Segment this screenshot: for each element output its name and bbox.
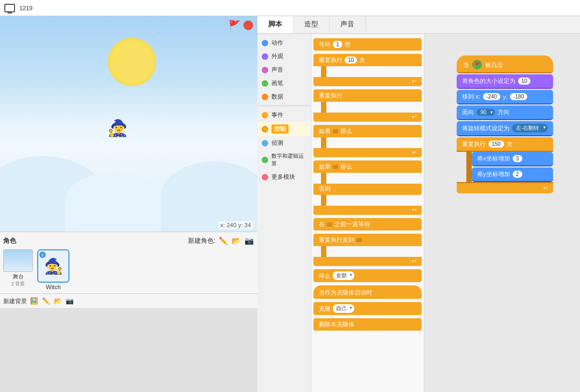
hat-block[interactable]: 当 🚩 被点击 <box>457 55 553 73</box>
cat-sensing-dot <box>262 140 268 146</box>
stage-item[interactable]: 舞台 2 背景 <box>3 249 33 290</box>
block-startclone[interactable]: 当作为克隆体启动时 <box>313 285 422 299</box>
cat-divider <box>257 106 311 106</box>
cat-data-dot <box>262 94 268 100</box>
block-if-body <box>321 137 422 148</box>
cat-events[interactable]: 事件 <box>257 108 311 122</box>
block-repeat[interactable]: 重复执行 10 次 ↩ <box>313 54 422 86</box>
cat-control-label: 控制 <box>271 124 289 134</box>
block-ifelse-body <box>321 173 422 184</box>
block-setrotation[interactable]: 将旋转模式设定为 左-右翻转 <box>457 121 553 136</box>
bg-new-label: 新建背景 <box>3 297 27 305</box>
block-setsize[interactable]: 将角色的大小设定为 10 <box>457 74 553 89</box>
block-waituntil[interactable]: 在 之前一直等待 <box>313 218 422 230</box>
cat-sound[interactable]: 声音 <box>257 63 311 76</box>
block-ifelse[interactable]: 如果 那么 否则 ↩ <box>313 160 422 215</box>
block-wait-value[interactable]: 1 <box>333 41 343 48</box>
setsize-text: 将角色的大小设定为 <box>462 77 515 85</box>
cat-pen[interactable]: 画笔 <box>257 76 311 90</box>
block-wait[interactable]: 等待 1 秒 <box>313 38 422 51</box>
cat-operators-dot <box>262 157 268 163</box>
cat-looks-dot <box>262 53 268 60</box>
bg-new-controls: 新建背景 🖼️ ✏️ 📂 📷 <box>3 296 254 306</box>
hill-2 <box>65 172 162 232</box>
sprite-panel: 角色 新建角色: ✏️ 📂 📷 舞台 2 背景 <box>0 232 257 293</box>
bg-paint-button[interactable]: 🖼️ <box>29 296 39 306</box>
block-repeat-value[interactable]: 10 <box>345 57 357 64</box>
cat-control[interactable]: 控制 <box>257 122 311 136</box>
block-clone-dropdown[interactable]: 自己 <box>333 304 354 313</box>
cat-data[interactable]: 数据 <box>257 90 311 103</box>
tab-script[interactable]: 脚本 <box>257 16 294 33</box>
block-forever[interactable]: 重复执行 ↩ <box>313 89 422 122</box>
fullscreen-icon[interactable] <box>4 4 15 12</box>
tab-costume[interactable]: 造型 <box>294 16 330 33</box>
sprite-camera-button[interactable]: 📷 <box>243 235 254 246</box>
cat-more-dot <box>262 174 268 180</box>
stop-button[interactable] <box>243 20 253 30</box>
setsize-value[interactable]: 10 <box>518 78 530 85</box>
right-panel: 脚本 造型 声音 动作 外观 声音 <box>257 16 580 392</box>
block-stop-text: 停止 <box>319 272 331 280</box>
block-clone[interactable]: 克隆 自己 <box>313 302 422 315</box>
moveto-x-value[interactable]: -240 <box>483 93 500 100</box>
block-repeat150-outer[interactable]: 重复执行 150 次 将x坐标增加 3 <box>457 137 553 193</box>
block-addx[interactable]: 将x坐标增加 3 <box>472 152 553 166</box>
stage-controls: 🚩 <box>228 19 253 31</box>
block-ifelse-bottom: ↩ <box>313 206 422 215</box>
sprite-new-controls: 新建角色: ✏️ 📂 📷 <box>188 235 254 246</box>
cat-looks-label: 外观 <box>271 52 283 60</box>
moveto-y-value[interactable]: -180 <box>510 93 527 100</box>
cat-sensing[interactable]: 侦测 <box>257 136 311 150</box>
cat-data-label: 数据 <box>271 93 283 101</box>
block-moveto[interactable]: 移到 x: -240 y: -180 <box>457 90 553 104</box>
block-face[interactable]: 面向 90 方向 <box>457 106 553 120</box>
cat-more[interactable]: 更多模块 <box>257 170 311 184</box>
top-counter: 1219 <box>19 5 32 11</box>
cat-events-label: 事件 <box>271 111 283 119</box>
flag-button[interactable]: 🚩 <box>228 19 240 31</box>
stage-area: 🧙‍♀️ 🚩 x: 240 y: 34 角色 新建角色: ✏️ 📂 <box>0 16 257 392</box>
block-stop-dropdown[interactable]: 全部 <box>333 271 354 280</box>
sprite-list: 舞台 2 背景 i 🧙‍♀️ Witch <box>3 249 254 290</box>
bg-section: 新建背景 🖼️ ✏️ 📂 📷 <box>0 293 257 308</box>
block-addy[interactable]: 将y坐标增加 2 <box>472 167 553 182</box>
face-value[interactable]: 90 <box>477 109 495 116</box>
bg-file-button[interactable]: 📂 <box>53 296 62 306</box>
addy-value[interactable]: 2 <box>513 171 522 178</box>
block-if-top: 如果 那么 <box>313 125 422 137</box>
block-ifelse-condition <box>333 165 338 169</box>
cat-sound-dot <box>262 67 268 73</box>
cat-motion-label: 动作 <box>271 39 283 47</box>
tab-bar: 脚本 造型 声音 <box>257 16 580 34</box>
repeat150-value[interactable]: 150 <box>488 141 504 148</box>
sprite-upload-button[interactable]: 📂 <box>230 235 241 246</box>
bg-upload-button[interactable]: ✏️ <box>41 296 51 306</box>
sprite-icon-group: ✏️ 📂 📷 <box>218 235 254 246</box>
tab-sound[interactable]: 声音 <box>330 16 366 33</box>
face-text: 面向 <box>462 108 474 116</box>
cat-looks[interactable]: 外观 <box>257 50 311 63</box>
block-if[interactable]: 如果 那么 ↩ <box>313 125 422 157</box>
bg-camera-button[interactable]: 📷 <box>65 296 74 306</box>
sprite-panel-label: 角色 <box>3 236 16 246</box>
cat-pen-label: 画笔 <box>271 79 283 87</box>
cat-operators[interactable]: 数字和逻辑运算 <box>257 150 311 170</box>
sprite-paint-button[interactable]: ✏️ <box>218 235 228 246</box>
sprite-panel-header: 角色 新建角色: ✏️ 📂 📷 <box>3 235 254 246</box>
block-stop[interactable]: 停止 全部 <box>313 269 422 282</box>
addx-value[interactable]: 3 <box>513 155 522 162</box>
script-area[interactable]: 当 🚩 被点击 将角色的大小设定为 10 移到 x: -240 y: <box>424 34 580 392</box>
cat-sensing-label: 侦测 <box>271 139 283 147</box>
bg-icon-group: 🖼️ ✏️ 📂 📷 <box>29 296 74 306</box>
script-stack: 当 🚩 被点击 将角色的大小设定为 10 移到 x: -240 y: <box>457 55 553 193</box>
sprite-item-witch[interactable]: i 🧙‍♀️ Witch <box>37 249 69 290</box>
block-list: 等待 1 秒 重复执行 10 次 ↩ <box>311 34 424 392</box>
cat-motion[interactable]: 动作 <box>257 36 311 50</box>
repeat150-arrow: ↩ <box>543 185 548 191</box>
block-deleteclone[interactable]: 删除本克隆体 <box>313 318 422 331</box>
cat-events-dot <box>262 112 268 118</box>
block-repeatuntil[interactable]: 重复执行直到 ↩ <box>313 234 422 266</box>
setrotation-value[interactable]: 左-右翻转 <box>512 124 548 132</box>
stage-canvas: 🧙‍♀️ 🚩 x: 240 y: 34 <box>0 16 257 232</box>
